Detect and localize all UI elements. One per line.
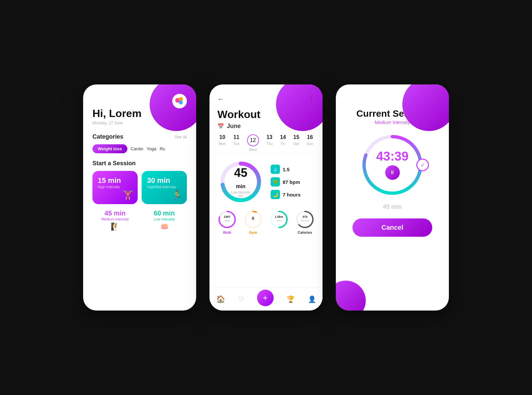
donut-chart: 45 min Low Intensity min xyxy=(217,159,264,205)
calories-ring: 375 750 kcal xyxy=(295,210,315,229)
text-cards: 45 min Medium Intensity 🧗 60 min Low Int… xyxy=(92,207,187,234)
svg-text:750 kcal: 750 kcal xyxy=(301,219,310,222)
nav-achievements[interactable]: 🏆 xyxy=(287,295,295,303)
category-ru[interactable]: Ru xyxy=(160,146,165,151)
bottom-nav: 🏠 ♡ + 🏆 👤 xyxy=(209,287,323,311)
card-30-min: 30 min xyxy=(147,176,182,185)
distance-ring: 1.5km 2km xyxy=(269,210,289,229)
nav-profile[interactable]: 👤 xyxy=(308,295,316,303)
donut-center: 45 min Low Intensity min xyxy=(229,166,252,198)
day-14-fri[interactable]: 14 Fri xyxy=(280,134,286,152)
calories-label: Calories xyxy=(298,230,312,234)
card-60-min: 60 min xyxy=(142,209,187,217)
day-15-num: 15 xyxy=(293,134,299,140)
svg-point-3 xyxy=(179,100,183,104)
card-15-min: 15 min xyxy=(98,176,132,185)
activity-walk[interactable]: 2367 steps Walk xyxy=(217,210,237,234)
see-all-link[interactable]: See all xyxy=(175,135,187,139)
sleep-icon: 🌙 xyxy=(271,190,280,199)
check-circle[interactable]: ✓ xyxy=(416,159,429,171)
screens-container: Hi, Lorem Monday, 17 June Categories See… xyxy=(83,84,449,311)
sleep-val: 7 hours xyxy=(283,192,301,198)
session-card-30min[interactable]: 30 min High/Mid Intensity 🏃 xyxy=(142,171,187,204)
nav-add-button[interactable]: + xyxy=(257,290,274,306)
calendar-icon: 📅 xyxy=(217,123,224,129)
nav-favorites[interactable]: ♡ xyxy=(238,295,244,303)
text-card-45min[interactable]: 45 min Medium Intensity 🧗 xyxy=(92,207,138,234)
day-11-tue[interactable]: 11 Tue xyxy=(233,134,240,152)
gym-ring: 0 xyxy=(243,210,263,229)
day-12-wed[interactable]: 12 Wed xyxy=(247,134,259,152)
pause-button[interactable]: ⏸ xyxy=(385,165,400,180)
walk-label: Walk xyxy=(223,230,231,234)
gym-label: Gym xyxy=(249,230,257,234)
day-13-num: 13 xyxy=(266,134,272,140)
svg-text:2km: 2km xyxy=(277,219,281,222)
heart-val: 87 bpm xyxy=(283,179,300,185)
nav-home[interactable]: 🏠 xyxy=(216,295,225,304)
main-stats: 45 min Low Intensity min 💧 1.5 💚 87 bpm xyxy=(217,159,315,205)
day-16-num: 16 xyxy=(307,134,313,140)
donut-num: 45 min xyxy=(234,169,247,190)
session-card-15min[interactable]: 15 min High Intensity 🏋️ xyxy=(92,171,138,204)
card-15-intensity: High Intensity xyxy=(98,185,132,189)
card-60-icon: 🪷 xyxy=(142,222,187,231)
timer-wrap: 43:39 ⏸ ✓ xyxy=(359,132,426,198)
stat-sleep: 🌙 7 hours xyxy=(271,190,301,199)
day-14-num: 14 xyxy=(280,134,286,140)
day-15-sat[interactable]: 15 Sat xyxy=(293,134,299,152)
day-13-thu[interactable]: 13 Thu xyxy=(266,134,273,152)
text-card-60min[interactable]: 60 min Low Intensity 🪷 xyxy=(142,207,187,234)
svg-text:0: 0 xyxy=(252,216,254,221)
donut-sub2: min xyxy=(229,194,252,198)
activity-distance[interactable]: 1.5km 2km xyxy=(269,210,289,234)
phone2: ← ⋮ Workout 📅 June 10 Mon 11 Tue 12 xyxy=(209,84,323,311)
water-val: 1.5 xyxy=(283,167,290,172)
activity-row: 2367 steps Walk 0 Gym xyxy=(217,210,315,234)
cancel-button[interactable]: Cancel xyxy=(352,218,432,237)
card-45-label: Medium Intensity xyxy=(92,217,138,221)
back-button-bottom[interactable]: ← xyxy=(389,296,396,304)
card-60-label: Low Intensity xyxy=(142,217,187,221)
activity-gym[interactable]: 0 Gym xyxy=(243,210,263,234)
day-13-label: Thu xyxy=(266,142,273,146)
card-30-icon: 🏃 xyxy=(171,190,183,201)
svg-text:1.5km: 1.5km xyxy=(275,215,283,218)
stat-water: 💧 1.5 xyxy=(271,165,301,174)
water-icon: 💧 xyxy=(271,165,280,174)
day-12-num: 12 xyxy=(250,137,256,143)
svg-text:2367: 2367 xyxy=(224,215,230,218)
day-12-circle: 12 xyxy=(247,134,259,146)
day-11-num: 11 xyxy=(233,134,239,140)
session-min-text: 45 min xyxy=(383,203,402,210)
day-15-label: Sat xyxy=(294,142,299,146)
phone3: ⋮ Current Session Medium Intensity 43:3 xyxy=(336,84,449,311)
stat-heart: 💚 87 bpm xyxy=(271,177,301,187)
back-button[interactable]: ← xyxy=(217,95,224,103)
category-cardio[interactable]: Cardio xyxy=(131,146,143,151)
category-weight-loss[interactable]: Weight loss xyxy=(92,144,127,153)
phone3-bottom-blob xyxy=(336,281,366,311)
day-11-label: Tue xyxy=(233,142,240,146)
divider xyxy=(217,154,315,154)
day-10-label: Mon xyxy=(219,142,226,146)
svg-text:steps: steps xyxy=(224,219,230,222)
card-45-icon: 🧗 xyxy=(92,222,138,231)
session-subtitle: Medium Intensity xyxy=(375,120,410,125)
user-avatar[interactable] xyxy=(172,94,187,108)
session-grid: 15 min High Intensity 🏋️ 30 min High/Mid… xyxy=(92,171,187,204)
day-16-label: Sun xyxy=(307,142,313,146)
timer-center: 43:39 ⏸ xyxy=(376,150,408,180)
card-15-icon: 🏋️ xyxy=(122,190,134,201)
day-10-mon[interactable]: 10 Mon xyxy=(219,134,226,152)
category-yoga[interactable]: Yoga xyxy=(147,146,156,151)
day-16-sun[interactable]: 16 Sun xyxy=(307,134,313,152)
donut-sub: Low Intensity xyxy=(229,191,252,194)
phone3-more-button[interactable]: ⋮ xyxy=(434,94,441,102)
session-title: Start a Session xyxy=(92,160,136,167)
day-12-label: Wed xyxy=(249,148,256,152)
walk-ring: 2367 steps xyxy=(217,210,237,229)
activity-calories[interactable]: 375 750 kcal Calories xyxy=(295,210,315,234)
more-button[interactable]: ⋮ xyxy=(308,94,315,102)
side-stats: 💧 1.5 💚 87 bpm 🌙 7 hours xyxy=(271,165,301,199)
